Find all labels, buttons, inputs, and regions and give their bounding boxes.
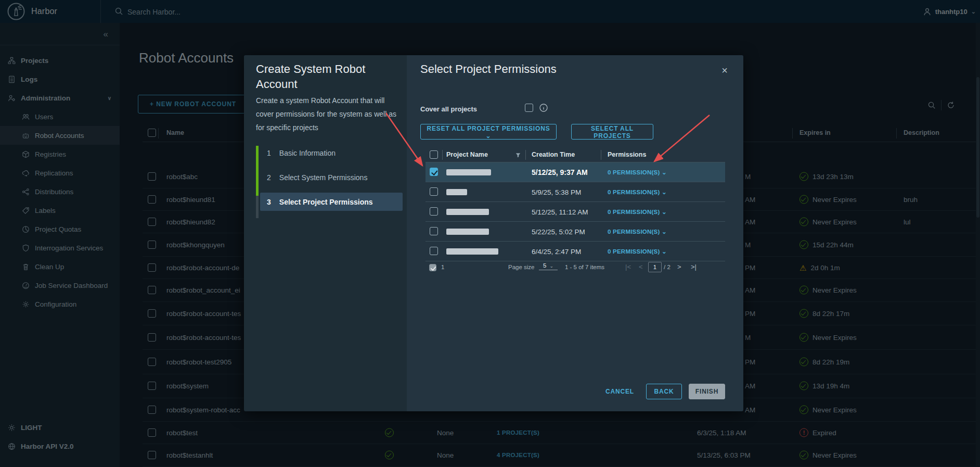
grid-header-project-name[interactable]: Project Name: [446, 151, 488, 158]
wizard-description: Create a system Robot Account that will …: [256, 94, 399, 134]
wizard-step-select-system-permissions[interactable]: 2Select System Permissions: [260, 168, 403, 186]
permissions-dropdown[interactable]: 0 PERMISSION(S) ⌄: [608, 208, 667, 216]
permissions-dropdown[interactable]: 0 PERMISSION(S) ⌄: [608, 188, 667, 196]
select-all-projects-button[interactable]: SELECT ALL PROJECTS: [571, 124, 653, 140]
wizard-sidebar: Create System Robot Account Create a sys…: [244, 55, 407, 411]
permissions-dropdown[interactable]: 0 PERMISSION(S) ⌄: [608, 169, 667, 176]
cover-all-projects-label: Cover all projects: [420, 105, 477, 113]
creation-time: 5/9/25, 5:38 PM: [532, 188, 581, 196]
modal-action-buttons: CANCEL BACK FINISH: [600, 384, 725, 399]
project-name-redacted: [446, 229, 489, 235]
project-checkbox[interactable]: [430, 207, 438, 216]
create-system-robot-account-modal: Create System Robot Account Create a sys…: [244, 55, 743, 411]
project-name-redacted: [446, 209, 489, 215]
reset-all-project-permissions-button[interactable]: RESET ALL PROJECT PERMISSIONS ⌄: [420, 124, 557, 140]
grid-header-permissions[interactable]: Permissions: [608, 151, 646, 158]
creation-time: 5/12/25, 9:37 AM: [532, 168, 588, 176]
info-icon[interactable]: [539, 103, 548, 112]
wizard-progress-done: [256, 146, 259, 196]
grid-select-all-checkbox[interactable]: [430, 150, 438, 159]
close-icon[interactable]: ×: [718, 65, 731, 76]
finish-button[interactable]: FINISH: [689, 384, 725, 399]
project-row[interactable]: 5/22/25, 5:02 PM0 PERMISSION(S) ⌄: [425, 221, 725, 241]
project-row[interactable]: 5/12/25, 9:37 AM0 PERMISSION(S) ⌄: [425, 162, 725, 182]
total-pages: / 2: [664, 264, 670, 270]
filter-icon[interactable]: [515, 152, 521, 158]
creation-time: 5/22/25, 5:02 PM: [532, 228, 585, 235]
project-permissions-grid: Project Name Creation Time Permissions 5…: [425, 148, 725, 274]
grid-header-creation-time[interactable]: Creation Time: [532, 151, 575, 158]
wizard-step-select-project-permissions[interactable]: 3Select Project Permissions: [260, 193, 403, 211]
prev-page-icon[interactable]: <: [639, 262, 643, 272]
project-row[interactable]: 5/9/25, 5:38 PM0 PERMISSION(S) ⌄: [425, 182, 725, 201]
wizard-progress-track: [256, 146, 259, 218]
selected-count-checkbox: [429, 264, 436, 271]
select-project-permissions-panel: Select Project Permissions × Cover all p…: [407, 55, 743, 411]
page-size-label: Page size: [508, 264, 535, 270]
next-page-icon[interactable]: >: [677, 262, 681, 272]
grid-header-row: Project Name Creation Time Permissions: [425, 148, 725, 162]
project-name-redacted: [446, 169, 491, 175]
project-checkbox[interactable]: [430, 247, 438, 255]
project-name-redacted: [446, 248, 498, 255]
project-checkbox[interactable]: [430, 168, 438, 176]
harbor-app: Harbor thanhtp10 ⌄ « ProjectsLogsAdminis…: [0, 0, 980, 467]
wizard-step-basic-information[interactable]: 1Basic Information: [260, 144, 403, 162]
grid-footer: 1 Page size 5⌄ 1 - 5 of 7 items |< < 1 /…: [425, 261, 725, 274]
back-button[interactable]: BACK: [646, 384, 682, 399]
project-name-redacted: [446, 189, 467, 195]
current-page-input[interactable]: 1: [648, 262, 662, 272]
panel-title: Select Project Permissions: [420, 62, 557, 76]
permissions-dropdown[interactable]: 0 PERMISSION(S) ⌄: [608, 228, 667, 235]
wizard-title: Create System Robot Account: [256, 61, 397, 92]
creation-time: 6/4/25, 2:47 PM: [532, 247, 581, 255]
project-row[interactable]: 5/12/25, 11:12 AM0 PERMISSION(S) ⌄: [425, 201, 725, 221]
selected-count: 1: [441, 264, 444, 270]
project-row[interactable]: 6/4/25, 2:47 PM0 PERMISSION(S) ⌄: [425, 241, 725, 261]
cover-all-projects-checkbox[interactable]: [525, 104, 533, 112]
permissions-dropdown[interactable]: 0 PERMISSION(S) ⌄: [608, 248, 667, 255]
items-range: 1 - 5 of 7 items: [565, 264, 604, 270]
creation-time: 5/12/25, 11:12 AM: [532, 208, 588, 216]
first-page-icon[interactable]: |<: [625, 262, 631, 272]
page-size-select[interactable]: 5⌄: [539, 262, 558, 270]
cancel-button[interactable]: CANCEL: [600, 384, 639, 399]
last-page-icon[interactable]: >|: [691, 262, 697, 272]
project-checkbox[interactable]: [430, 227, 438, 235]
chevron-down-icon: ⌄: [549, 263, 553, 269]
project-checkbox[interactable]: [430, 187, 438, 196]
